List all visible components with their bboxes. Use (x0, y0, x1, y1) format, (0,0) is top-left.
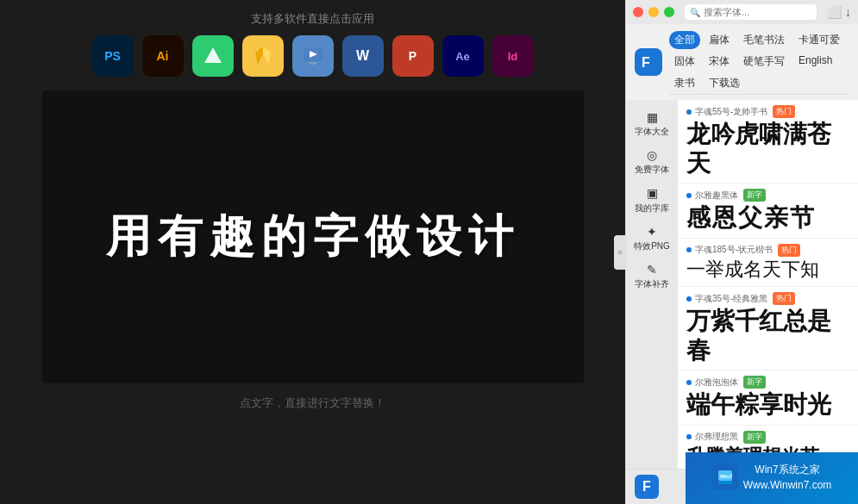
supplement-icon: ✎ (631, 262, 673, 277)
cat-tab-english[interactable]: English (793, 53, 837, 71)
app-icon-ppt[interactable]: P (392, 35, 434, 77)
sidebar-header-icons: ⬜ ↓ (827, 5, 851, 19)
font-dot-3 (686, 247, 692, 252)
svg-rect-9 (310, 64, 316, 65)
font-dot-6 (686, 434, 692, 439)
font-badge-4: 热门 (773, 292, 795, 305)
font-dot-5 (686, 380, 692, 385)
font-preview-4: 万紫千红总是春 (686, 307, 849, 364)
nav-item-library[interactable]: ▣ 我的字库 (628, 181, 676, 217)
nav-item-supplement[interactable]: ✎ 字体补齐 (628, 258, 676, 294)
font-dot-4 (686, 296, 692, 302)
font-name-6: 尔弗理想黑 (695, 431, 738, 443)
category-tabs: 全部 扁体 毛笔书法 卡通可爱 固体 宋体 硬笔手写 English 隶书 下载… (669, 29, 849, 95)
traffic-light-green[interactable] (664, 7, 674, 17)
grid-icon: ▦ (631, 109, 673, 125)
nav-label-supplement: 字体补齐 (635, 279, 669, 289)
font-item-1[interactable]: 字魂55号-龙帅手书 热门 龙吟虎啸满苍天 (678, 100, 858, 184)
sidebar: « 🔍 ⬜ ↓ F 全部 扁体 毛笔书法 卡通可爱 固体 宋体 硬笔手 (625, 0, 858, 504)
font-badge-1: 热门 (773, 105, 795, 118)
sidebar-icon-1[interactable]: ⬜ (827, 5, 842, 19)
font-meta-4: 字魂35号-经典雅黑 热门 (686, 292, 849, 305)
app-icon-word[interactable]: W (342, 35, 384, 77)
nav-item-free[interactable]: ◎ 免费字体 (628, 143, 676, 179)
cat-tab-handwrite[interactable]: 硬笔手写 (738, 53, 790, 71)
svg-rect-13 (718, 481, 732, 484)
app-logo: F (635, 48, 662, 76)
font-item-4[interactable]: 字魂35号-经典雅黑 热门 万紫千红总是春 (678, 287, 858, 370)
app-icon-affinity[interactable] (192, 35, 234, 77)
canvas-area: 用有趣的字做设计 (42, 90, 584, 383)
side-nav: ▦ 字体大全 ◎ 免费字体 ▣ 我的字库 ✦ 特效PNG ✎ 字体补齐 (626, 100, 678, 469)
sidebar-icon-2[interactable]: ↓ (845, 5, 851, 19)
app-icons-row: PS Ai W P Ae Id (92, 35, 534, 77)
font-item-3[interactable]: 字魂185号-状元楷书 热门 一举成名天下知 (678, 239, 858, 287)
font-dot-1 (686, 109, 692, 115)
cat-tab-flat[interactable]: 扁体 (704, 31, 735, 49)
nav-item-effect[interactable]: ✦ 特效PNG (628, 220, 676, 256)
font-name-3: 字魂185号-状元楷书 (695, 244, 773, 256)
font-meta-5: 尔雅泡泡体 新字 (686, 376, 849, 389)
nav-label-library: 我的字库 (635, 203, 669, 213)
font-badge-3: 热门 (778, 244, 800, 257)
nav-label-effect: 特效PNG (634, 241, 670, 251)
footer-logo: F (635, 475, 659, 499)
svg-text:Win7: Win7 (720, 474, 733, 479)
app-icon-keynote[interactable] (292, 35, 334, 77)
cat-tab-lishu[interactable]: 隶书 (669, 74, 700, 92)
app-header: F 全部 扁体 毛笔书法 卡通可爱 固体 宋体 硬笔手写 English 隶书 … (626, 24, 858, 100)
top-bar-text: 支持多软件直接点击应用 (251, 12, 374, 25)
search-input[interactable] (704, 7, 811, 17)
app-icon-id[interactable]: Id (492, 35, 534, 77)
font-name-2: 尔雅趣黑体 (695, 190, 738, 202)
font-preview-2: 感恩父亲节 (686, 203, 849, 233)
watermark: Win7 Win7系统之家 Www.Winwin7.com (686, 452, 858, 504)
search-icon: 🔍 (690, 8, 700, 17)
collapse-button[interactable]: « (614, 235, 626, 270)
watermark-line1: Win7系统之家 (743, 462, 832, 477)
font-item-2[interactable]: 尔雅趣黑体 新字 感恩父亲节 (678, 184, 858, 239)
font-preview-1: 龙吟虎啸满苍天 (686, 120, 849, 177)
font-name-4: 字魂35号-经典雅黑 (695, 293, 767, 305)
cat-tab-solid[interactable]: 固体 (669, 53, 700, 71)
main-area: 支持多软件直接点击应用 PS Ai W P (0, 0, 625, 504)
nav-label-all: 字体大全 (635, 127, 669, 136)
watermark-line2: Www.Winwin7.com (743, 477, 832, 493)
app-icon-ai[interactable]: Ai (142, 35, 184, 77)
font-preview-3: 一举成名天下知 (686, 258, 849, 281)
font-preview-5: 端午粽享时光 (686, 390, 849, 420)
free-icon: ◎ (631, 147, 673, 163)
traffic-light-red[interactable] (633, 7, 643, 17)
nav-item-all-fonts[interactable]: ▦ 字体大全 (628, 105, 676, 141)
svg-marker-0 (204, 47, 222, 63)
cat-tab-song[interactable]: 宋体 (704, 53, 735, 71)
cat-tab-download[interactable]: 下载选 (704, 74, 745, 92)
font-meta-6: 尔弗理想黑 新字 (686, 431, 849, 444)
nav-label-free: 免费字体 (635, 165, 669, 174)
app-icon-ae[interactable]: Ae (442, 35, 484, 77)
cat-tab-brush[interactable]: 毛笔书法 (738, 31, 790, 49)
svg-text:F: F (642, 55, 650, 70)
sidebar-titlebar: 🔍 ⬜ ↓ (626, 0, 858, 24)
font-badge-2: 新字 (743, 189, 766, 202)
sidebar-body: ▦ 字体大全 ◎ 免费字体 ▣ 我的字库 ✦ 特效PNG ✎ 字体补齐 (626, 100, 858, 469)
svg-rect-8 (309, 62, 317, 64)
cat-tab-cute[interactable]: 卡通可爱 (793, 31, 845, 49)
cat-tab-all[interactable]: 全部 (669, 31, 700, 49)
font-dot-2 (686, 193, 692, 198)
search-bar[interactable]: 🔍 (685, 4, 817, 20)
app-icon-ps[interactable]: PS (92, 35, 134, 77)
effect-icon: ✦ (631, 224, 673, 240)
font-meta-1: 字魂55号-龙帅手书 热门 (686, 105, 849, 118)
top-bar: 支持多软件直接点击应用 (0, 0, 625, 35)
font-list: 字魂55号-龙帅手书 热门 龙吟虎啸满苍天 尔雅趣黑体 新字 感恩父亲节 字魂1… (678, 100, 858, 469)
library-icon: ▣ (631, 185, 673, 201)
font-badge-6: 新字 (743, 431, 766, 444)
font-item-5[interactable]: 尔雅泡泡体 新字 端午粽享时光 (678, 370, 858, 426)
app-icon-sketch[interactable] (242, 35, 284, 77)
font-name-1: 字魂55号-龙帅手书 (695, 106, 767, 118)
canvas-main-text[interactable]: 用有趣的字做设计 (106, 207, 520, 267)
font-name-5: 尔雅泡泡体 (695, 376, 738, 389)
font-meta-3: 字魂185号-状元楷书 热门 (686, 244, 849, 257)
traffic-light-yellow[interactable] (648, 7, 659, 17)
